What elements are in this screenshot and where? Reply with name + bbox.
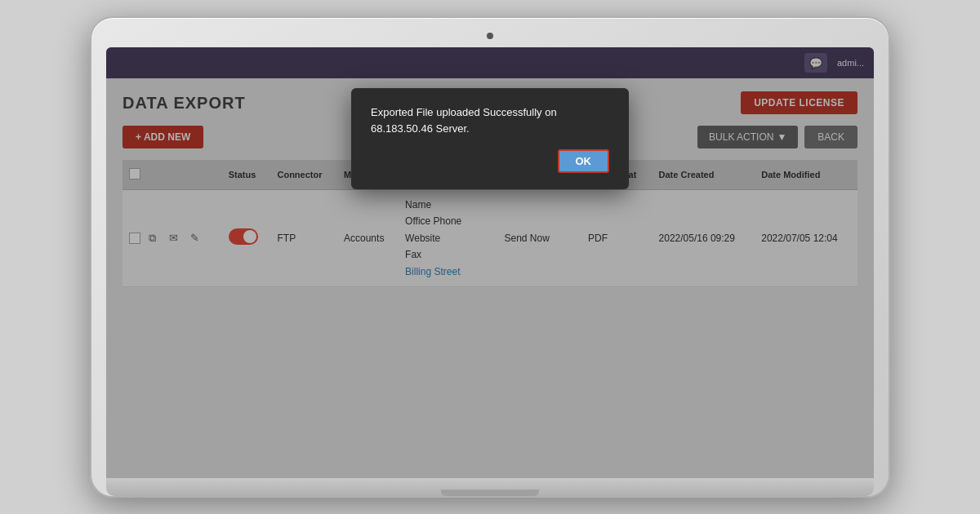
modal-ok-button[interactable]: OK (558, 149, 610, 173)
modal-message: Exported File uploaded Successfully on 6… (371, 104, 609, 136)
laptop-screen: 💬 admi... DATA EXPORT UPDATE LICENSE + A… (106, 47, 874, 478)
laptop-shell: 💬 admi... DATA EXPORT UPDATE LICENSE + A… (90, 16, 890, 498)
modal-actions: OK (371, 149, 609, 173)
laptop-camera (487, 33, 493, 39)
modal-overlay: Exported File uploaded Successfully on 6… (106, 47, 874, 478)
modal-box: Exported File uploaded Successfully on 6… (351, 88, 629, 189)
screen-content: 💬 admi... DATA EXPORT UPDATE LICENSE + A… (106, 47, 874, 478)
laptop-base (106, 478, 874, 496)
